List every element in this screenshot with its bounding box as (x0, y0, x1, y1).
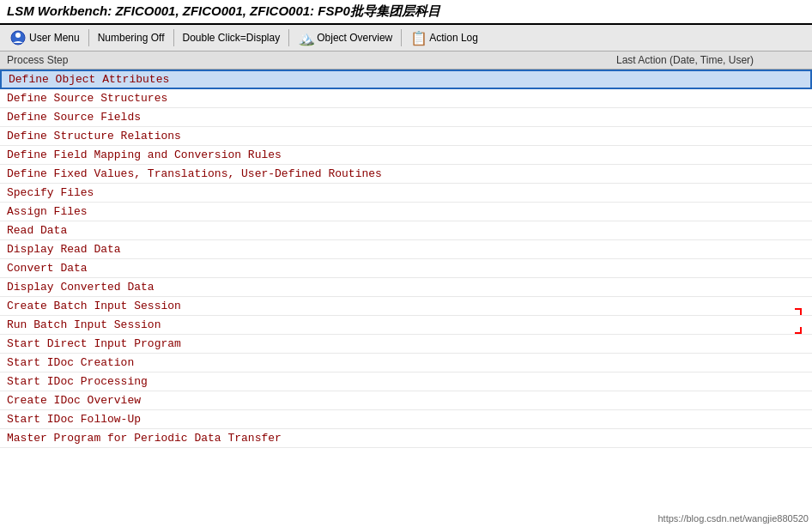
table-row[interactable]: Define Fixed Values, Translations, User-… (0, 165, 812, 184)
table-row[interactable]: Specify Files (0, 184, 812, 203)
object-overview-icon: 🏔️ (298, 30, 313, 45)
usermenu-label: User Menu (29, 32, 80, 44)
actionlog-button[interactable]: 📋 Action Log (405, 28, 483, 47)
process-step-label: Start IDoc Creation (7, 356, 616, 369)
table-row[interactable]: Start IDoc Processing (0, 373, 812, 391)
process-step-label: Display Converted Data (7, 281, 616, 294)
app-title: LSM Workbench: ZFICO001, ZFICO001, ZFICO… (7, 3, 440, 18)
separator (88, 29, 89, 46)
process-step-label: Define Source Structures (7, 92, 616, 105)
usermenu-button[interactable]: User Menu (5, 28, 85, 47)
doubleclick-button[interactable]: Double Click=Display (178, 30, 286, 45)
title-bar: LSM Workbench: ZFICO001, ZFICO001, ZFICO… (0, 0, 812, 25)
svg-point-1 (15, 33, 21, 38)
process-step-label: Define Structure Relations (7, 130, 616, 142)
col-header-process: Process Step (7, 54, 616, 66)
doubleclick-label: Double Click=Display (183, 32, 281, 44)
actionlog-label: Action Log (429, 32, 478, 44)
process-step-label: Convert Data (7, 262, 616, 275)
numbering-button[interactable]: Numbering Off (93, 30, 170, 45)
toolbar: User Menu Numbering Off Double Click=Dis… (0, 25, 812, 51)
table-row[interactable]: Start Direct Input Program (0, 335, 812, 354)
action-log-icon: 📋 (410, 30, 426, 45)
process-step-label: Start IDoc Follow-Up (7, 413, 616, 426)
numbering-label: Numbering Off (98, 32, 165, 44)
process-step-label: Define Fixed Values, Translations, User-… (7, 167, 616, 180)
separator4 (401, 29, 402, 46)
table-row[interactable]: Master Program for Periodic Data Transfe… (0, 429, 812, 448)
table-row[interactable]: Convert Data (0, 259, 812, 278)
red-corner-bottom (795, 327, 802, 334)
process-step-label: Display Read Data (7, 243, 616, 256)
table-row[interactable]: Define Source Structures (0, 89, 812, 108)
table-row[interactable]: Read Data (0, 221, 812, 240)
process-step-label: Assign Files (7, 205, 616, 218)
table-row[interactable]: Define Field Mapping and Conversion Rule… (0, 146, 812, 165)
process-step-label: Run Batch Input Session (7, 318, 616, 331)
table-row[interactable]: Define Structure Relations (0, 127, 812, 146)
process-step-label: Start Direct Input Program (7, 337, 616, 350)
table-row[interactable]: Create IDoc Overview (0, 391, 812, 410)
main-content: Process Step Last Action (Date, Time, Us… (0, 51, 812, 501)
objectoverview-label: Object Overview (317, 32, 392, 44)
process-step-label: Start IDoc Processing (7, 375, 616, 388)
table-row[interactable]: Run Batch Input Session (0, 316, 812, 335)
table-row[interactable]: Start IDoc Creation (0, 354, 812, 373)
col-header-lastaction: Last Action (Date, Time, User) (616, 54, 805, 66)
table-row[interactable]: Start IDoc Follow-Up (0, 410, 812, 429)
table-row[interactable]: Define Source Fields (0, 108, 812, 127)
process-step-label: Define Object Attributes (9, 73, 615, 86)
table-header: Process Step Last Action (Date, Time, Us… (0, 51, 812, 70)
red-corner-top (795, 308, 802, 315)
watermark: https://blog.csdn.net/wangjie880520 (657, 513, 809, 524)
separator2 (173, 29, 174, 46)
table-row[interactable]: Display Read Data (0, 240, 812, 259)
process-step-label: Read Data (7, 224, 616, 237)
separator3 (288, 29, 289, 46)
table-row[interactable]: Create Batch Input Session (0, 297, 812, 316)
process-step-label: Create IDoc Overview (7, 394, 616, 407)
process-step-label: Define Source Fields (7, 111, 616, 124)
table-row[interactable]: Define Object Attributes (0, 70, 812, 89)
table-row[interactable]: Assign Files (0, 203, 812, 221)
process-step-label: Create Batch Input Session (7, 300, 616, 312)
table-body: Define Object AttributesDefine Source St… (0, 70, 812, 501)
table-row[interactable]: Display Converted Data (0, 278, 812, 297)
process-step-label: Master Program for Periodic Data Transfe… (7, 432, 616, 445)
usermenu-icon (10, 30, 26, 45)
objectoverview-button[interactable]: 🏔️ Object Overview (293, 28, 397, 47)
process-step-label: Define Field Mapping and Conversion Rule… (7, 148, 616, 161)
process-step-label: Specify Files (7, 186, 616, 199)
